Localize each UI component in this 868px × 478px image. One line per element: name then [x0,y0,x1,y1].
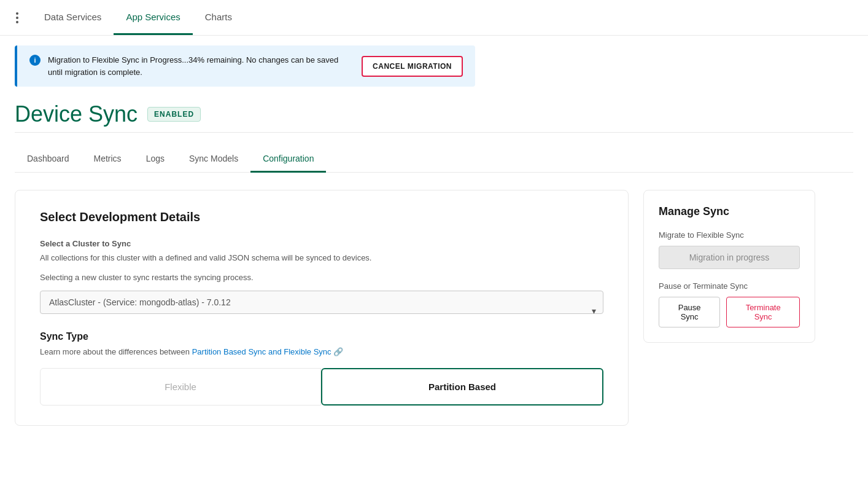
sync-type-desc-prefix: Learn more about the differences between [40,347,192,356]
two-col-layout: Select Development Details Select a Clus… [15,190,853,426]
cluster-select-wrapper: AtlasCluster - (Service: mongodb-atlas) … [40,291,603,331]
pause-or-terminate-label: Pause or Terminate Sync [659,281,800,291]
nav-tab-charts[interactable]: Charts [193,0,244,35]
tab-dashboard[interactable]: Dashboard [15,147,82,173]
terminate-sync-button[interactable]: Terminate Sync [726,297,800,327]
tab-sync-models[interactable]: Sync Models [177,147,250,173]
flexible-sync-button[interactable]: Flexible [40,368,321,406]
nav-tab-data-services[interactable]: Data Services [32,0,114,35]
cluster-label: Select a Cluster to Sync [40,239,603,248]
sync-type-desc: Learn more about the differences between… [40,346,603,358]
partition-based-sync-button[interactable]: Partition Based [321,368,603,406]
cluster-desc1: All collections for this cluster with a … [40,252,603,264]
page-title: Device Sync [15,101,138,127]
main-content: i Migration to Flexible Sync in Progress… [0,36,868,436]
cluster-select[interactable]: AtlasCluster - (Service: mongodb-atlas) … [40,291,603,314]
manage-sync-title: Manage Sync [659,205,800,218]
tab-configuration[interactable]: Configuration [250,147,326,173]
sync-type-buttons: Flexible Partition Based [40,368,603,406]
cluster-desc2: Selecting a new cluster to sync restarts… [40,272,603,284]
cancel-migration-button[interactable]: CANCEL MIGRATION [362,56,463,77]
enabled-badge: ENABLED [147,107,201,122]
nav-tabs: Data Services App Services Charts [32,0,244,35]
main-card: Select Development Details Select a Clus… [15,190,629,426]
section-title: Select Development Details [40,210,603,224]
pause-sync-button[interactable]: Pause Sync [659,297,720,327]
banner-left: i Migration to Flexible Sync in Progress… [29,54,349,78]
sub-tabs: Dashboard Metrics Logs Sync Models Confi… [15,147,853,173]
sync-type-label: Sync Type [40,331,603,342]
info-icon: i [29,55,41,66]
banner-message: Migration to Flexible Sync in Progress..… [48,54,349,78]
migration-in-progress-button: Migration in progress [659,246,800,269]
page-title-row: Device Sync ENABLED [15,101,853,127]
manage-sync-card: Manage Sync Migrate to Flexible Sync Mig… [643,190,815,343]
external-link-icon: 🔗 [333,347,343,356]
page-divider [15,132,853,133]
tab-metrics[interactable]: Metrics [82,147,134,173]
nav-tab-app-services[interactable]: App Services [114,0,192,35]
tab-logs[interactable]: Logs [134,147,177,173]
top-nav: Data Services App Services Charts [0,0,868,36]
migrate-to-flexible-label: Migrate to Flexible Sync [659,230,800,240]
nav-menu-dots[interactable] [10,10,25,25]
sync-type-link[interactable]: Partition Based Sync and Flexible Sync [192,347,331,356]
migration-banner: i Migration to Flexible Sync in Progress… [15,45,475,87]
action-buttons: Pause Sync Terminate Sync [659,297,800,327]
